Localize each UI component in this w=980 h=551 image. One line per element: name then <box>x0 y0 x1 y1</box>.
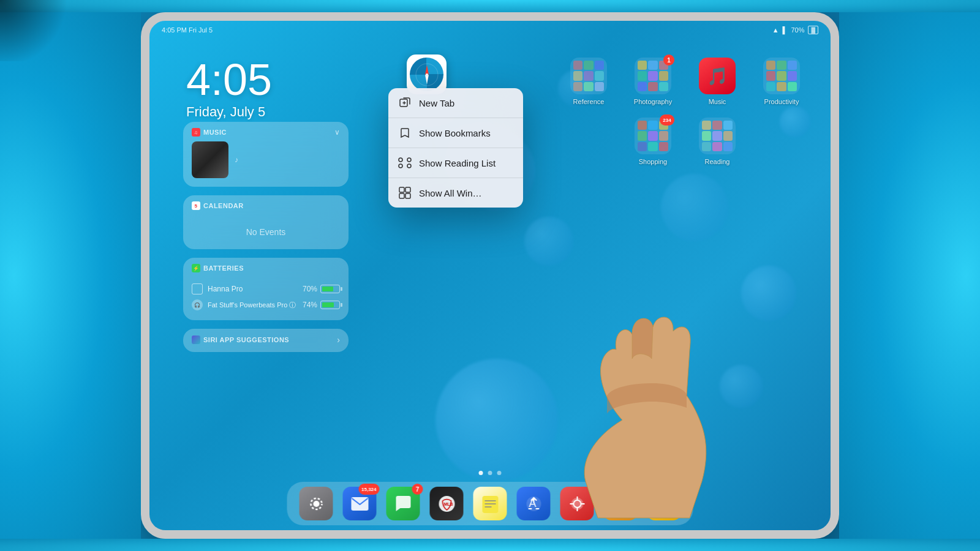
music-widget[interactable]: ♫ MUSIC ∨ ♪ <box>183 122 349 187</box>
right-panel <box>839 0 980 551</box>
svg-rect-7 <box>405 187 410 192</box>
music-app-icon-home[interactable]: 🎵 <box>699 58 736 94</box>
svg-rect-15 <box>482 496 498 513</box>
batteries-widget-title: ⚡ BATTERIES <box>192 264 244 272</box>
productivity-folder-grid <box>763 58 800 94</box>
status-icons: ▲ ▌ 70% ▓ <box>772 26 818 34</box>
show-bookmarks-menu-item[interactable]: Show Bookmarks <box>388 118 523 148</box>
calendar-widget[interactable]: 5 CALENDAR No Events <box>183 195 349 249</box>
reading-folder-grid <box>699 118 736 154</box>
signal-icon: ▌ <box>783 26 788 34</box>
siri-widget-title: SIRI APP SUGGESTIONS <box>192 335 289 344</box>
read-mini-2 <box>712 121 722 130</box>
productivity-folder-wrapper[interactable]: Productivity <box>757 58 806 105</box>
dock-mlb-icon[interactable]: MLB <box>430 487 464 520</box>
shopping-folder-icon[interactable]: 234 <box>635 118 671 154</box>
svg-point-2 <box>399 158 402 162</box>
album-art-image <box>192 141 228 178</box>
page-dot-3[interactable] <box>497 471 502 475</box>
dock-settings-icon[interactable] <box>300 487 333 520</box>
folder-mini-5 <box>584 71 593 80</box>
read-mini-5 <box>712 131 722 140</box>
battery-list: Hanna Pro 70% 🎧 Fat Stuff's Powe <box>183 277 349 320</box>
page-dot-1[interactable] <box>479 471 483 475</box>
ipad-bubble-7 <box>661 174 728 241</box>
batteries-widget[interactable]: ⚡ BATTERIES Hanna Pro 70% <box>183 258 349 320</box>
photo-mini-6 <box>659 71 668 80</box>
reference-folder-icon[interactable] <box>570 58 607 94</box>
new-tab-menu-item[interactable]: New Tab <box>388 88 523 118</box>
hand-overlay <box>512 236 769 530</box>
music-app-wrapper[interactable]: 🎵 Music <box>693 58 742 105</box>
shopping-label: Shopping <box>639 158 668 165</box>
folder-mini-9 <box>595 82 604 91</box>
read-mini-7 <box>702 142 711 151</box>
music-icon-visual: 🎵 <box>699 58 736 94</box>
dock-notes-icon[interactable] <box>473 487 507 520</box>
photography-label: Photography <box>634 98 672 105</box>
photo-mini-7 <box>638 82 647 91</box>
shop-mini-6 <box>659 131 668 140</box>
dock-mail-icon[interactable]: 15,324 <box>343 487 377 520</box>
svg-rect-9 <box>405 193 410 198</box>
svg-point-5 <box>407 164 411 168</box>
compass-center <box>426 73 428 76</box>
photography-folder-icon[interactable]: 1 <box>635 58 671 94</box>
powerbeats-icon: 🎧 <box>192 299 203 310</box>
battery-fill-1 <box>322 287 333 291</box>
calendar-no-events: No Events <box>183 215 349 249</box>
photo-mini-9 <box>659 82 668 91</box>
prod-mini-9 <box>788 82 797 91</box>
compass-north <box>425 65 429 75</box>
music-widget-chevron: ∨ <box>334 128 340 137</box>
music-app-icon: ♫ <box>192 128 200 137</box>
page-dots <box>479 471 502 475</box>
reading-folder-icon[interactable] <box>699 118 736 154</box>
reading-folder-wrapper[interactable]: Reading <box>693 118 742 165</box>
svg-point-4 <box>399 164 402 168</box>
show-reading-list-label: Show Reading List <box>419 158 496 168</box>
dock-messages-icon[interactable]: 7 <box>386 487 420 520</box>
battery-item-1-left: Hanna Pro <box>192 283 243 294</box>
app-row-1: Reference 1 <box>564 58 806 105</box>
battery-app-icon: ⚡ <box>192 264 200 272</box>
folder-mini-7 <box>573 82 582 91</box>
productivity-folder-icon[interactable] <box>763 58 800 94</box>
shop-mini-4 <box>638 131 647 140</box>
read-mini-9 <box>723 142 733 151</box>
read-mini-1 <box>702 121 711 130</box>
app-row-2: 234 Shopping <box>564 118 806 165</box>
siri-chevron: › <box>337 335 340 345</box>
folder-mini-6 <box>595 71 604 80</box>
folder-mini-8 <box>584 82 593 91</box>
photo-mini-8 <box>648 82 657 91</box>
photo-mini-1 <box>638 61 647 70</box>
page-dot-2[interactable] <box>488 471 492 475</box>
photography-folder-wrapper[interactable]: 1 Photography <box>628 58 677 105</box>
status-bar: 4:05 PM Fri Jul 5 ▲ ▌ 70% ▓ <box>149 21 831 39</box>
mlb-logo-svg: MLB <box>437 495 456 513</box>
prod-mini-6 <box>788 71 797 80</box>
music-placeholder: ♪ <box>235 156 238 164</box>
battery-item-2-left: 🎧 Fat Stuff's Powerbeats Pro ⓘ <box>192 299 296 310</box>
show-reading-list-menu-item[interactable]: Show Reading List <box>388 148 523 178</box>
reference-folder-wrapper[interactable]: Reference <box>564 58 613 105</box>
new-tab-icon <box>398 96 412 110</box>
date-display: Friday, July 5 <box>186 104 272 120</box>
svg-rect-8 <box>399 193 404 198</box>
music-widget-header: ♫ MUSIC ∨ <box>183 122 349 141</box>
show-all-windows-menu-item[interactable]: Show All Win… <box>388 178 523 208</box>
album-art <box>192 141 228 178</box>
music-label: Music <box>709 98 726 105</box>
reading-label: Reading <box>705 158 730 165</box>
music-widget-content: ♪ <box>183 141 349 187</box>
top-left-corner-shadow <box>0 0 74 61</box>
siri-suggestions-widget[interactable]: SIRI APP SUGGESTIONS › <box>183 329 349 352</box>
shopping-folder-wrapper[interactable]: 234 Shopping <box>628 118 677 165</box>
svg-point-10 <box>313 501 319 507</box>
battery-bar-visual-2 <box>320 301 340 309</box>
shop-mini-7 <box>638 142 647 151</box>
safari-context-menu: New Tab Show Bookmarks Show Reading List <box>388 88 523 208</box>
folder-mini-1 <box>573 61 582 70</box>
settings-gear-svg <box>307 495 325 513</box>
